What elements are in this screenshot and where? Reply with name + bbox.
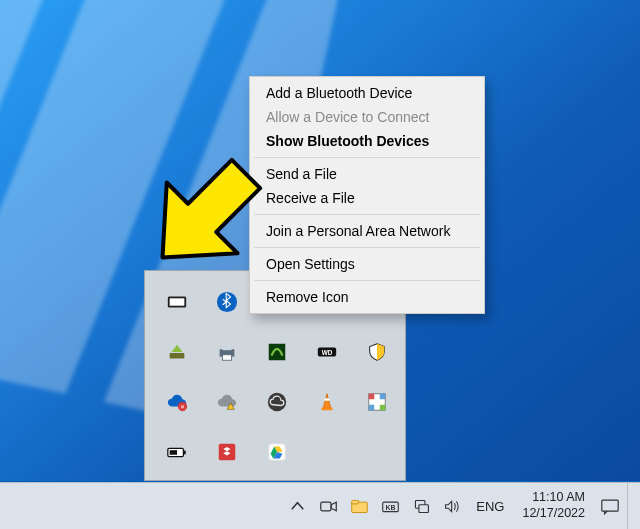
menu-item-remove-icon[interactable]: Remove Icon xyxy=(252,285,482,309)
file-explorer-icon[interactable] xyxy=(344,483,375,529)
dropbox-icon[interactable] xyxy=(205,430,249,474)
svg-rect-11 xyxy=(269,344,286,361)
nvidia-experience-icon[interactable] xyxy=(255,330,299,374)
menu-item-open-settings[interactable]: Open Settings xyxy=(252,252,482,276)
cloud-warning-icon[interactable] xyxy=(205,380,249,424)
svg-rect-25 xyxy=(183,451,185,455)
svg-rect-10 xyxy=(222,355,231,361)
bluetooth-icon[interactable] xyxy=(205,280,249,324)
svg-rect-21 xyxy=(380,394,386,400)
svg-rect-31 xyxy=(352,500,359,503)
taskbar: KB ENG 11:10 AM 12/17/2022 xyxy=(0,482,640,529)
wd-drive-icon[interactable]: WD xyxy=(305,330,349,374)
clock-time: 11:10 AM xyxy=(532,490,585,506)
menu-separator xyxy=(254,214,480,215)
menu-item-allow-a-device-to-connect: Allow a Device to Connect xyxy=(252,105,482,129)
show-desktop-button[interactable] xyxy=(627,483,636,529)
svg-rect-7 xyxy=(170,353,185,359)
svg-text:✕: ✕ xyxy=(180,403,185,410)
tray-empty-slot xyxy=(355,430,399,474)
menu-separator xyxy=(254,157,480,158)
svg-rect-20 xyxy=(369,394,375,400)
menu-item-add-a-bluetooth-device[interactable]: Add a Bluetooth Device xyxy=(252,81,482,105)
svg-rect-1 xyxy=(170,298,185,305)
menu-item-join-a-personal-area-network[interactable]: Join a Personal Area Network xyxy=(252,219,482,243)
svg-text:WD: WD xyxy=(322,349,333,356)
google-drive-icon[interactable] xyxy=(255,430,299,474)
network-icon[interactable] xyxy=(406,483,437,529)
svg-rect-17 xyxy=(322,408,333,411)
svg-point-2 xyxy=(217,292,237,312)
menu-separator xyxy=(254,280,480,281)
vlc-icon[interactable] xyxy=(305,380,349,424)
creative-cloud-icon[interactable] xyxy=(255,380,299,424)
language-indicator[interactable]: ENG xyxy=(468,483,512,529)
svg-rect-36 xyxy=(602,500,618,511)
onedrive-error-icon[interactable]: ✕ xyxy=(155,380,199,424)
svg-rect-9 xyxy=(222,345,231,351)
svg-rect-26 xyxy=(170,450,177,455)
show-hidden-icons-chevron[interactable] xyxy=(282,483,313,529)
language-text: ENG xyxy=(476,499,504,514)
printer-icon[interactable] xyxy=(205,330,249,374)
keyboard-ui-icon[interactable] xyxy=(155,280,199,324)
defender-icon[interactable] xyxy=(355,330,399,374)
menu-separator xyxy=(254,247,480,248)
notifications-button[interactable] xyxy=(593,483,627,529)
menu-item-receive-a-file[interactable]: Receive a File xyxy=(252,186,482,210)
touch-keyboard-icon[interactable]: KB xyxy=(375,483,406,529)
svg-rect-29 xyxy=(321,502,331,511)
volume-icon[interactable] xyxy=(437,483,468,529)
svg-rect-35 xyxy=(419,504,429,512)
svg-text:KB: KB xyxy=(386,504,396,511)
tray-empty-slot xyxy=(305,430,349,474)
clock-date: 12/17/2022 xyxy=(522,506,585,522)
bluetooth-context-menu[interactable]: Add a Bluetooth DeviceAllow a Device to … xyxy=(249,76,485,314)
svg-rect-23 xyxy=(380,405,386,411)
battery-indicator-icon[interactable] xyxy=(155,430,199,474)
eject-device-icon[interactable] xyxy=(155,330,199,374)
meet-now-icon[interactable] xyxy=(313,483,344,529)
menu-item-send-a-file[interactable]: Send a File xyxy=(252,162,482,186)
svg-rect-18 xyxy=(324,398,329,400)
taskbar-clock[interactable]: 11:10 AM 12/17/2022 xyxy=(512,490,593,521)
pixel-app-icon[interactable] xyxy=(355,380,399,424)
svg-rect-22 xyxy=(369,405,375,411)
menu-item-show-bluetooth-devices[interactable]: Show Bluetooth Devices xyxy=(252,129,482,153)
